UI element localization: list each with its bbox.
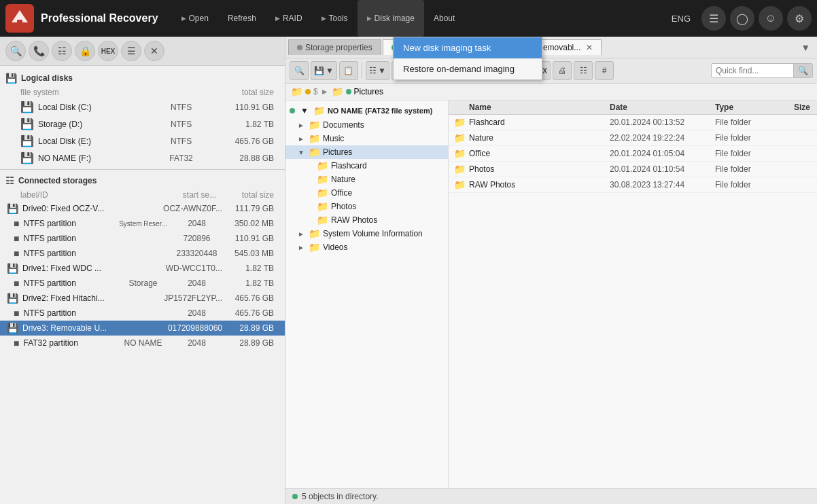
menu-open[interactable]: ▶ Open	[172, 0, 218, 37]
partition2-1-icon: ■	[14, 308, 19, 319]
partition0-3-icon: ■	[14, 248, 19, 259]
storage-ntfs-p2[interactable]: ■ NTFS partition 720896 110.91 GB	[0, 231, 285, 246]
tab-storage-properties[interactable]: Storage properties	[288, 39, 381, 55]
info-icon-button[interactable]: ◯	[730, 6, 754, 31]
storage-cols: label/ID start se... total size	[0, 189, 285, 201]
storage-ntfs-p3[interactable]: ■ NTFS partition 233320448 545.03 MB	[0, 246, 285, 261]
file-row-raw-photos[interactable]: 📁 RAW Photos 30.08.2023 13:27:44 File fo…	[449, 177, 817, 193]
storage-drive0[interactable]: 💾 Drive0: Fixed OCZ-V... OCZ-AWNZ0F... 1…	[0, 201, 285, 216]
expand-system-volume-icon: ►	[298, 230, 306, 238]
tree-item-documents[interactable]: ► 📁 Documents	[285, 118, 448, 132]
menu-disk-image[interactable]: ▶ Disk image	[358, 0, 424, 37]
menubar: Professional Recovery ▶ Open Refresh ▶ R…	[0, 0, 817, 37]
storage-tab-dot	[297, 45, 302, 50]
storage-ntfs-d1p1[interactable]: ■ NTFS partition Storage 2048 1.82 TB	[0, 276, 285, 291]
breadcrumb-dot	[305, 89, 311, 94]
tree-item-pictures[interactable]: ▼ 📁 Pictures	[285, 145, 448, 159]
file-row-flashcard[interactable]: 📁 Flashcard 20.01.2024 00:13:52 File fol…	[449, 115, 817, 130]
storage-ntfs-p1[interactable]: ■ NTFS partition System Reser... 2048 35…	[0, 216, 285, 231]
videos-folder-icon: 📁	[309, 242, 320, 253]
col-header-date[interactable]: Date	[610, 103, 715, 112]
col-header-type[interactable]: Type	[715, 103, 776, 112]
rt-copy-button[interactable]: 📋	[339, 61, 358, 80]
menu-about[interactable]: About	[424, 0, 464, 37]
fat32-partition-icon: ■	[14, 338, 19, 348]
rt-print-button[interactable]: 🖨	[553, 61, 572, 80]
expand-pictures-icon: ▼	[298, 149, 306, 156]
new-disk-imaging-task-item[interactable]: New disk imaging task	[394, 37, 542, 58]
logical-disks-icon: 💾	[5, 73, 17, 84]
quick-find-input[interactable]	[712, 64, 793, 77]
tree-item-nature[interactable]: 📁 Nature	[285, 173, 448, 186]
nature-file-icon: 📁	[454, 132, 466, 143]
breadcrumb: 📁 $ ► 📁 Pictures	[285, 84, 817, 101]
raw-photos-file-icon: 📁	[454, 179, 466, 190]
tree-root-folder-icon: 📁	[313, 105, 325, 116]
tab-close-button[interactable]: ✕	[586, 43, 593, 52]
drive3-icon: 💾	[7, 323, 18, 334]
tree-item-system-volume[interactable]: ► 📁 System Volume Information	[285, 227, 448, 240]
col-header-name[interactable]: Name	[449, 103, 610, 112]
connected-storages-icon: ☷	[5, 175, 14, 186]
disk-c-icon: 💾	[20, 101, 34, 113]
settings-icon-button[interactable]: ⚙	[787, 6, 812, 31]
close-icon-button[interactable]: ✕	[144, 41, 164, 61]
breadcrumb-green-dot	[346, 89, 351, 94]
disk-d-icon: 💾	[20, 118, 34, 130]
menu-tools[interactable]: ▶ Tools	[312, 0, 358, 37]
storage-ntfs-d2p1[interactable]: ■ NTFS partition 2048 465.76 GB	[0, 306, 285, 321]
storage-drive2[interactable]: 💾 Drive2: Fixed Hitachi... JP1572FL2YP..…	[0, 291, 285, 306]
tree-item-music[interactable]: ► 📁 Music	[285, 132, 448, 145]
menu-raid[interactable]: ▶ RAID	[266, 0, 312, 37]
tree-item-flashcard[interactable]: 📁 Flashcard	[285, 159, 448, 173]
rt-extra-button[interactable]: ☷	[574, 61, 593, 80]
right-tabs: Storage properties NO NAME (FAT32 at 204…	[285, 37, 817, 58]
rt-view-button[interactable]: ☷ ▼	[366, 61, 389, 80]
storage-drive1[interactable]: 💾 Drive1: Fixed WDC ... WD-WCC1T0... 1.8…	[0, 261, 285, 276]
notes-icon-button[interactable]: ☰	[701, 6, 726, 31]
col-header-size[interactable]: Size	[776, 103, 817, 112]
tree-item-videos[interactable]: ► 📁 Videos	[285, 240, 448, 254]
rt-save-button[interactable]: 💾 ▼	[311, 61, 337, 80]
file-row-office[interactable]: 📁 Office 20.01.2024 01:05:04 File folder	[449, 146, 817, 162]
breadcrumb-root-icon: 📁	[291, 86, 302, 97]
status-dot	[292, 494, 298, 499]
user-icon-button[interactable]: ☺	[759, 6, 783, 31]
app-title: Professional Recovery	[41, 12, 158, 24]
tree-root[interactable]: ▼ 📁 NO NAME (FAT32 file system)	[285, 103, 448, 118]
tree-item-office[interactable]: 📁 Office	[285, 186, 448, 200]
expand-documents-icon: ►	[298, 122, 306, 129]
storage-fat32-p1[interactable]: ■ FAT32 partition NO NAME 2048 28.89 GB	[0, 336, 285, 350]
main-layout: 🔍 📞 ☷ 🔒 HEX ☰ ✕ 💾 Logical disks file sys…	[0, 37, 817, 504]
storage-drive3[interactable]: 💾 Drive3: Removable U... 017209888060 28…	[0, 321, 285, 336]
office-folder-icon: 📁	[317, 187, 328, 198]
quick-find-search-button[interactable]: 🔍	[793, 64, 812, 77]
photos-file-icon: 📁	[454, 164, 466, 175]
language-button[interactable]: ENG	[665, 11, 697, 26]
tree-item-raw-photos[interactable]: 📁 RAW Photos	[285, 213, 448, 227]
menu-refresh[interactable]: Refresh	[218, 0, 266, 37]
disk-item-f[interactable]: 💾 NO NAME (F:) FAT32 28.88 GB	[0, 149, 285, 166]
disk-item-c[interactable]: 💾 Local Disk (C:) NTFS 110.91 GB	[0, 98, 285, 115]
hex-icon-button[interactable]: HEX	[98, 41, 118, 61]
tree-item-photos[interactable]: 📁 Photos	[285, 200, 448, 213]
file-row-photos[interactable]: 📁 Photos 20.01.2024 01:10:54 File folder	[449, 162, 817, 177]
system-volume-folder-icon: 📁	[309, 228, 320, 239]
grid-icon-button[interactable]: ☷	[52, 41, 72, 61]
disk-image-dropdown: New disk imaging task Restore on-demand …	[393, 37, 542, 80]
search-icon-button[interactable]: 🔍	[5, 41, 26, 61]
list-icon-button[interactable]: ☰	[121, 41, 141, 61]
disk-item-d[interactable]: 💾 Storage (D:) NTFS 1.82 TB	[0, 115, 285, 132]
disk-image-arrow-icon: ▶	[367, 15, 372, 22]
photos-folder-icon: 📁	[317, 201, 328, 212]
phone-icon-button[interactable]: 📞	[29, 41, 49, 61]
status-bar: 5 objects in directory.	[285, 488, 817, 504]
tab-arrow-icon[interactable]: ▼	[797, 42, 814, 53]
lock-icon-button[interactable]: 🔒	[75, 41, 95, 61]
restore-on-demand-imaging-item[interactable]: Restore on-demand imaging	[394, 58, 542, 79]
disk-item-e[interactable]: 💾 Local Disk (E:) NTFS 465.76 GB	[0, 132, 285, 149]
rt-search-button[interactable]: 🔍	[290, 61, 309, 80]
rt-hash-button[interactable]: #	[595, 61, 614, 80]
raid-arrow-icon: ▶	[275, 15, 280, 22]
file-row-nature[interactable]: 📁 Nature 22.02.2024 19:22:24 File folder	[449, 130, 817, 146]
